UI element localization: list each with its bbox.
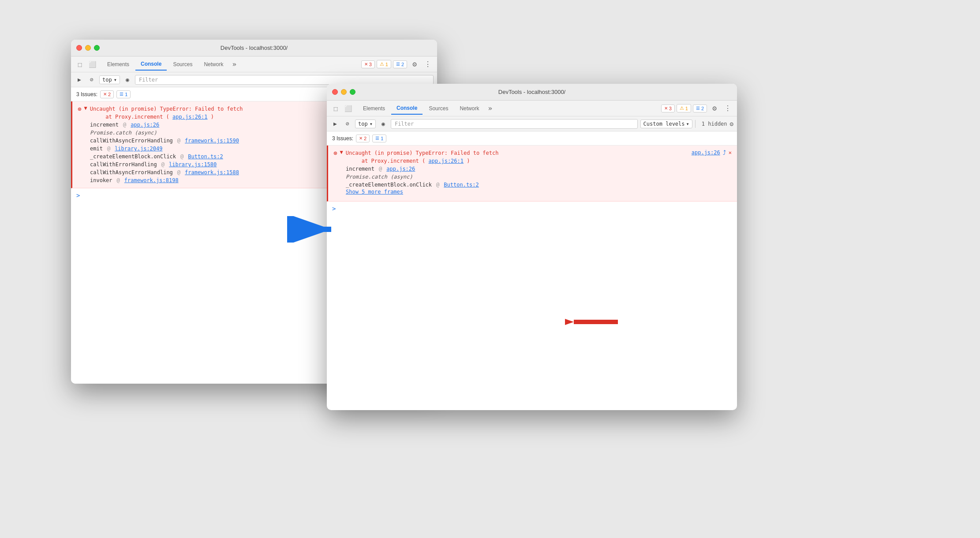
error-badge-count-1: 3 [369,62,372,67]
filter-input-1[interactable]: Filter [135,75,434,85]
window-title-2: DevTools - localhost:3000/ [498,89,565,95]
settings-button-2[interactable]: ⚙ [709,103,720,114]
info-badge-icon-2: ☰ [696,106,700,111]
frame-fn-click-2: _createElementBlock.onClick [346,182,432,188]
frame-file-invoker-1[interactable]: framework.js:8198 [124,177,179,183]
top-selector-2[interactable]: top ▾ [355,120,376,128]
eye-icon-1[interactable]: ◉ [123,75,132,85]
tab-elements-1[interactable]: Elements [102,59,135,70]
minimize-button-2[interactable] [341,89,347,95]
error-triangle-2[interactable]: ▼ [340,149,343,155]
eye-icon-2[interactable]: ◉ [378,119,388,129]
info-badge-icon-1: ☰ [396,62,400,67]
tab-network-1[interactable]: Network [198,59,228,70]
frame-file-click-1[interactable]: Button.ts:2 [188,153,223,160]
error-text-block-1: Uncaught (in promise) TypeError: Failed … [90,105,243,121]
frame-file-1[interactable]: app.js:26 [131,122,159,128]
top-selector-1[interactable]: top ▾ [99,75,120,84]
frame-fn-callAsync2-1: callWithAsyncErrorHandling [90,169,173,176]
tab-elements-2[interactable]: Elements [358,103,390,114]
error-sub-link-2[interactable]: app.js:26:1 [429,158,464,164]
warn-badge-2: ⚠ 1 [677,104,691,112]
maximize-button-1[interactable] [94,45,100,51]
cursor-icon-1[interactable]: ⬚ [75,59,85,70]
issues-error-badge-1: ✕ 2 [100,90,114,98]
prohibit-icon-1[interactable]: ⊘ [87,75,97,85]
issues-error-badge-2: ✕ 2 [356,134,370,142]
error-badge-icon-1: ✕ [364,62,368,67]
custom-levels-selector[interactable]: Custom levels ▾ [640,120,692,128]
info-badge-count-1: 2 [401,62,404,67]
issues-error-count-2: 2 [364,136,367,141]
console-content-2: ⊗ ▼ Uncaught (in promise) TypeError: Fai… [327,146,737,406]
error-sub-link-1[interactable]: app.js:26:1 [172,114,207,120]
tab-console-2[interactable]: Console [391,102,423,115]
anchor-icon-2: ⤴ [723,149,726,156]
tab-bar-1: ⬚ ⬜ Elements Console Sources Network » ✕… [71,56,437,72]
close-button-2[interactable] [332,89,338,95]
prompt-line-2[interactable]: > [327,202,737,216]
tab-bar-icons-2: ⬚ ⬜ [330,103,353,114]
close-error-icon-2[interactable]: ✕ [729,149,732,156]
issues-info-badge-1: ☰ 1 [116,90,131,98]
tab-bar-icons-1: ⬚ ⬜ [75,59,97,70]
error-triangle-1[interactable]: ▼ [84,105,87,111]
settings-small-2[interactable]: ⚙ [730,120,733,127]
frame-at-click-2: @ [436,182,439,188]
frame-file-click-2[interactable]: Button.ts:2 [444,182,479,188]
error-file-link-2[interactable]: app.js:26 [692,149,720,156]
frame-file-increment-2[interactable]: app.js:26 [386,166,415,172]
settings-button-1[interactable]: ⚙ [409,59,420,70]
frame-at-callError-1: @ [161,161,165,168]
error-sub-suffix-1: ) [211,114,214,120]
frame-at-invoker-1: @ [117,177,120,183]
issues-label-1: 3 Issues: [76,91,97,97]
cursor-icon-2[interactable]: ⬚ [330,103,341,114]
frame-at-callAsync2-1: @ [177,169,180,176]
more-button-1[interactable]: ⋮ [422,59,434,70]
issues-info-icon-2: ☰ [375,136,379,141]
info-badge-count-2: 2 [701,106,704,111]
frame-file-callError-1[interactable]: library.js:1580 [169,161,217,168]
inspector-icon-2[interactable]: ⬜ [343,103,353,114]
title-bar-2: DevTools - localhost:3000/ [327,84,737,101]
play-icon-2[interactable]: ▶ [330,119,340,129]
traffic-lights-1 [76,45,100,51]
prohibit-icon-2[interactable]: ⊘ [343,119,352,129]
maximize-button-2[interactable] [350,89,355,95]
error-circle-icon-2: ⊗ [333,149,337,157]
info-badge-1: ☰ 2 [393,60,407,68]
more-tabs-1[interactable]: » [229,60,239,68]
frame-fn-callError-1: callWithErrorHandling [90,161,157,168]
tab-network-2[interactable]: Network [454,103,484,114]
blue-arrow [287,216,340,244]
custom-levels-label: Custom levels [643,121,685,127]
play-icon-1[interactable]: ▶ [75,75,84,85]
issues-bar-2: 3 Issues: ✕ 2 ☰ 1 [327,131,737,146]
tab-sources-2[interactable]: Sources [423,103,453,114]
frame-file-callAsync2-1[interactable]: framework.js:1588 [185,169,239,176]
tab-console-1[interactable]: Console [135,58,167,71]
show-more-frames-link[interactable]: Show 5 more frames [333,189,732,198]
error-main-text-1: Uncaught (in promise) TypeError: Failed … [90,106,243,112]
tab-bar-2: ⬚ ⬜ Elements Console Sources Network » ✕… [327,101,737,116]
more-tabs-2[interactable]: » [485,104,495,112]
inspector-icon-1[interactable]: ⬜ [87,59,97,70]
top-chevron-1: ▾ [114,77,117,83]
top-label-2: top [358,121,368,127]
warn-badge-count-2: 1 [685,106,688,111]
close-button-1[interactable] [76,45,82,51]
issues-info-count-1: 1 [125,92,127,97]
frame-file-emit-1[interactable]: library.js:2049 [115,146,162,152]
error-badge-1: ✕ 3 [361,60,375,68]
frame-at-increment-2: @ [379,166,382,172]
more-button-2[interactable]: ⋮ [722,103,733,114]
issues-error-icon-1: ✕ [103,92,107,97]
traffic-lights-2 [332,89,355,95]
frame-file-callAsync-1[interactable]: framework.js:1590 [185,138,239,144]
filter-input-2[interactable]: Filter [391,119,638,129]
tab-sources-1[interactable]: Sources [168,59,198,70]
frame-at-click-1: @ [180,153,183,160]
minimize-button-1[interactable] [85,45,91,51]
title-bar-1: DevTools - localhost:3000/ [71,40,437,56]
